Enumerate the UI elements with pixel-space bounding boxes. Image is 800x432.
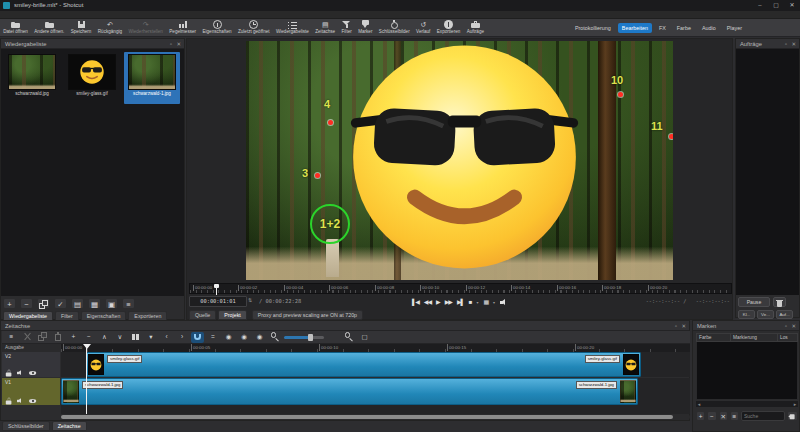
layout-farbe[interactable]: Farbe xyxy=(673,23,695,33)
volume-button[interactable] xyxy=(500,296,509,308)
redo-button[interactable]: ↷Wiederherstellen xyxy=(125,19,166,37)
next-marker-button[interactable]: › xyxy=(176,332,189,343)
layout-player[interactable]: Player xyxy=(723,23,746,33)
position-spinner[interactable]: ⇅ xyxy=(248,297,252,303)
playlist-item[interactable]: smiley-glass.gif xyxy=(64,52,120,104)
column-los[interactable]: Los xyxy=(778,334,797,341)
create-marker-button[interactable]: ▾ xyxy=(145,332,158,343)
fast-forward-button[interactable]: ▶▶ xyxy=(445,296,452,308)
remove-button[interactable]: − xyxy=(20,298,33,309)
player-playhead[interactable] xyxy=(216,284,217,295)
tab-quelle[interactable]: Quelle xyxy=(189,310,216,320)
player-time-ruler[interactable]: 00:00:00 00:00:02 00:00:04 00:00:06 00:0… xyxy=(189,283,732,294)
update-button[interactable]: ✓ xyxy=(54,298,67,309)
float-panel-icon[interactable]: ▫ xyxy=(675,321,677,331)
scrub-while-dragging-button[interactable]: = xyxy=(207,332,220,343)
track-lane-v2[interactable]: smiley-glass.gif smiley-glass.gif xyxy=(61,352,690,377)
rewind-button[interactable]: ◀◀ xyxy=(424,296,431,308)
previous-marker-button[interactable]: ‹ xyxy=(160,332,173,343)
close-panel-icon[interactable]: ✕ xyxy=(681,321,686,331)
zoom-fit-button[interactable]: ▢ xyxy=(358,332,371,343)
hide-track-icon[interactable] xyxy=(29,369,35,375)
clear-markers-button[interactable]: ✕ xyxy=(719,411,728,421)
ripple-toggle-button[interactable]: ◉ xyxy=(222,332,235,343)
timeline-clip-smiley[interactable]: smiley-glass.gif smiley-glass.gif xyxy=(86,352,641,377)
timeline-playhead[interactable] xyxy=(86,344,87,414)
remove-marker-button[interactable]: − xyxy=(707,411,716,421)
jobs-small-button-2[interactable]: Ve... xyxy=(757,310,774,319)
jobs-small-button-1[interactable]: Kl... xyxy=(738,310,755,319)
layout-fx[interactable]: FX xyxy=(655,23,670,33)
lift-button[interactable]: ∧ xyxy=(98,332,111,343)
ripple-all-tracks-button[interactable]: ◉ xyxy=(238,332,251,343)
scroll-left-icon[interactable]: ◂ xyxy=(696,401,702,407)
view-icons-button[interactable]: ▣ xyxy=(105,298,118,309)
play-button[interactable]: ▶ xyxy=(436,296,440,308)
playlist-item-selected[interactable]: schwarzwald-1.jpg xyxy=(124,52,180,104)
timeline-menu-button[interactable]: ≡ xyxy=(5,332,18,343)
save-button[interactable]: Speichern xyxy=(68,19,95,37)
current-position-field[interactable]: 00:00:01:01 xyxy=(189,296,247,307)
lock-track-icon[interactable] xyxy=(5,369,11,375)
copy-button[interactable] xyxy=(36,332,49,343)
markers-button[interactable]: Marker xyxy=(355,19,376,37)
add-marker-button[interactable]: + xyxy=(696,411,705,421)
undo-button[interactable]: ↶Rückgängig xyxy=(95,19,126,37)
close-button[interactable]: ✕ xyxy=(784,0,800,11)
recent-button[interactable]: Zuletzt geöffnet xyxy=(235,19,273,37)
zoom-slider-thumb[interactable] xyxy=(308,334,313,341)
column-farbe[interactable]: Farbe xyxy=(697,334,731,341)
copy-button[interactable] xyxy=(37,298,50,309)
scrollbar-thumb[interactable] xyxy=(61,415,673,419)
timeline-clip-forest[interactable]: schwarzwald-1.jpg schwarzwald-1.jpg xyxy=(61,378,638,405)
open-other-button[interactable]: Andere öffnen. xyxy=(31,19,67,37)
tab-schluesselbilder[interactable]: Schlüsselbilder xyxy=(2,421,50,431)
keyframes-button[interactable]: Schlüsselbilder xyxy=(376,19,413,37)
hide-track-icon[interactable] xyxy=(29,397,35,403)
maximize-button[interactable]: ▢ xyxy=(768,0,784,11)
marker-search-input[interactable] xyxy=(741,411,785,421)
view-tiles-button[interactable]: ▦ xyxy=(88,298,101,309)
mute-track-icon[interactable] xyxy=(17,397,23,403)
playlist-item[interactable]: schwarzwald.jpg xyxy=(4,52,60,104)
close-panel-icon[interactable]: ✕ xyxy=(791,321,796,331)
overwrite-button[interactable]: ∨ xyxy=(114,332,127,343)
float-panel-icon[interactable]: ▫ xyxy=(170,39,172,49)
layout-bearbeiten[interactable]: Bearbeiten xyxy=(618,23,652,33)
minimize-button[interactable]: – xyxy=(752,0,768,11)
float-panel-icon[interactable]: ▫ xyxy=(785,321,787,331)
zoom-out-button[interactable] xyxy=(269,332,282,343)
zoom-in-button[interactable] xyxy=(343,332,356,343)
timeline-horizontal-scrollbar[interactable] xyxy=(61,414,690,420)
pause-button[interactable]: Pause xyxy=(738,297,770,307)
skip-start-button[interactable]: ▌◀ xyxy=(412,296,419,308)
track-lane-v1[interactable]: schwarzwald-1.jpg schwarzwald-1.jpg xyxy=(61,378,690,405)
mute-track-icon[interactable] xyxy=(17,369,23,375)
close-panel-icon[interactable]: ✕ xyxy=(176,39,181,49)
close-panel-icon[interactable]: ✕ xyxy=(791,39,796,49)
grid-button[interactable]: ▦ xyxy=(483,296,488,308)
grid-dropdown-icon[interactable]: ▾ xyxy=(493,300,495,305)
timeline-zoom-slider[interactable] xyxy=(284,336,324,339)
track-head-v1-active[interactable]: V1 xyxy=(2,378,60,405)
skip-end-button[interactable]: ▶▌ xyxy=(457,296,464,308)
markers-table-body[interactable] xyxy=(696,342,798,400)
video-preview[interactable]: 4 3 1+2 10 11 xyxy=(246,41,673,280)
scroll-right-icon[interactable]: ▸ xyxy=(792,401,798,407)
lock-track-icon[interactable] xyxy=(5,397,11,403)
zoom-dropdown-icon[interactable]: ▾ xyxy=(476,300,478,305)
filters-button[interactable]: Filter xyxy=(338,19,355,37)
float-panel-icon[interactable]: ▫ xyxy=(785,39,787,49)
timeline-button[interactable]: ▤Zeitachse xyxy=(312,19,338,37)
open-file-button[interactable]: Datei öffnen xyxy=(0,19,31,37)
split-button[interactable] xyxy=(129,332,142,343)
output-track-head[interactable]: Ausgabe xyxy=(2,344,60,352)
history-button[interactable]: ↺Verlauf xyxy=(413,19,434,37)
clear-jobs-button[interactable] xyxy=(773,297,786,307)
peak-meter-button[interactable]: Pegelmesser xyxy=(166,19,199,37)
snap-toggle-button[interactable] xyxy=(191,332,204,343)
jobs-button[interactable]: Aufträge xyxy=(463,19,487,37)
tab-projekt[interactable]: Projekt xyxy=(218,310,247,320)
tab-zeitachse[interactable]: Zeitachse xyxy=(52,421,87,431)
clear-search-button[interactable] xyxy=(787,411,798,421)
